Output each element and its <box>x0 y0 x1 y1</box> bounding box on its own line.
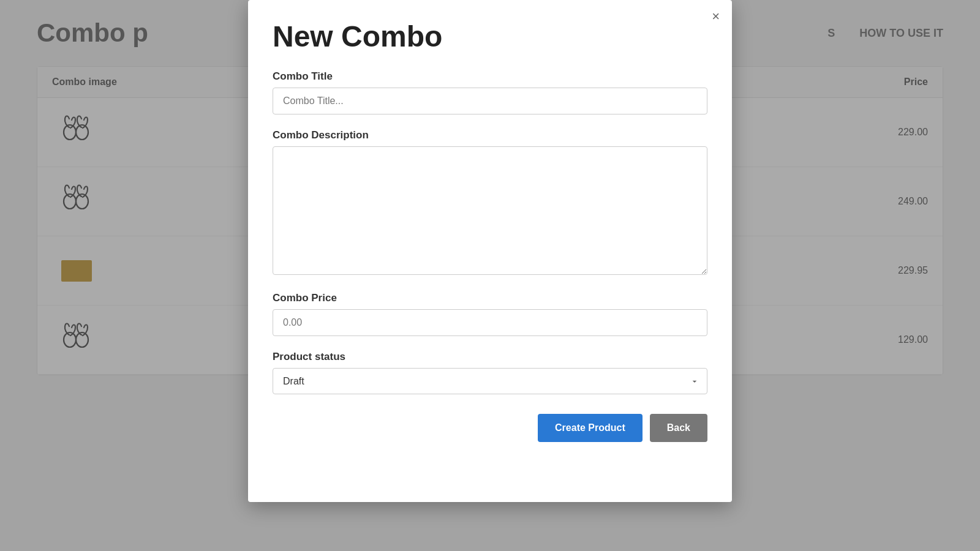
combo-price-label: Combo Price <box>273 292 707 304</box>
combo-title-input[interactable] <box>273 88 707 114</box>
product-status-select[interactable]: Draft Active Archived <box>273 368 707 394</box>
combo-title-group: Combo Title <box>273 70 707 114</box>
modal-footer: Create Product Back <box>273 414 707 442</box>
modal-dialog: × New Combo Combo Title Combo Descriptio… <box>248 0 732 502</box>
combo-price-input[interactable] <box>273 309 707 336</box>
back-button[interactable]: Back <box>650 414 707 442</box>
combo-price-group: Combo Price <box>273 292 707 336</box>
create-product-button[interactable]: Create Product <box>538 414 643 442</box>
combo-description-group: Combo Description <box>273 129 707 277</box>
combo-description-textarea[interactable] <box>273 146 707 275</box>
combo-description-label: Combo Description <box>273 129 707 141</box>
close-button[interactable]: × <box>712 10 720 23</box>
product-status-label: Product status <box>273 351 707 363</box>
modal-title: New Combo <box>273 20 707 53</box>
combo-title-label: Combo Title <box>273 70 707 83</box>
product-status-group: Product status Draft Active Archived <box>273 351 707 394</box>
